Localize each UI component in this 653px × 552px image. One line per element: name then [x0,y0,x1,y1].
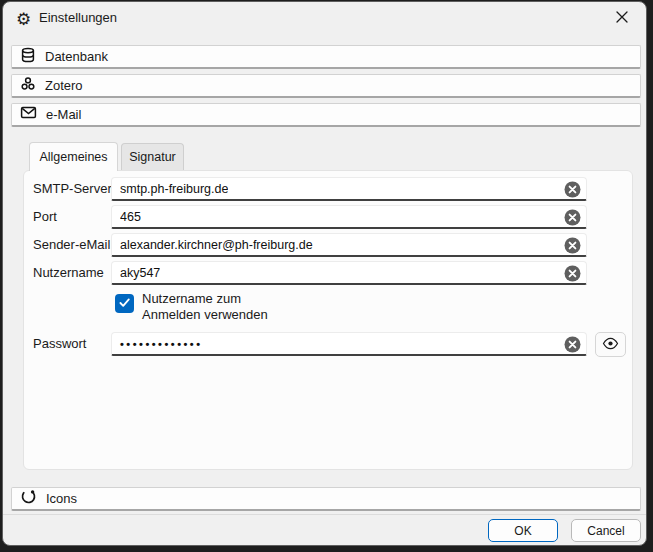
footer-divider [3,514,646,515]
smtp-server-label: SMTP-Server [33,177,112,201]
use-username-checkbox-label: Nutzername zum Anmelden verwenden [142,291,284,323]
sender-email-value: alexander.kirchner@ph-freiburg.de [120,238,313,252]
eye-icon [602,337,619,353]
close-icon [615,10,629,27]
screen: ⚙ Einstellungen Datenbank [0,0,653,552]
tab-signatur[interactable]: Signatur [121,143,184,170]
smtp-server-value: smtp.ph-freiburg.de [120,182,228,196]
passwort-masked-value: ••••••••••••• [120,338,203,350]
clear-icon[interactable] [564,237,581,254]
ok-button[interactable]: OK [488,519,558,542]
nutzername-label: Nutzername [33,261,104,285]
close-button[interactable] [606,6,638,30]
tab-allgemeines[interactable]: Allgemeines [29,142,118,171]
section-label: Datenbank [45,49,108,64]
smtp-server-input[interactable]: smtp.ph-freiburg.de [111,177,587,201]
port-value: 465 [120,210,141,224]
section-header-zotero[interactable]: Zotero [11,74,641,98]
clear-icon[interactable] [564,181,581,198]
mail-icon [20,105,37,124]
port-input[interactable]: 465 [111,205,587,229]
section-header-icons[interactable]: Icons [11,487,641,511]
sender-email-label: Sender-eMail [33,233,110,257]
nutzername-input[interactable]: aky547 [111,261,587,285]
passwort-input[interactable]: ••••••••••••• [111,332,587,356]
refresh-icon [20,488,37,509]
gear-icon: ⚙ [16,8,31,30]
nutzername-value: aky547 [120,266,160,280]
database-icon [20,47,36,67]
title-bar[interactable]: ⚙ Einstellungen [3,2,646,38]
section-label: Icons [46,491,77,506]
sender-email-input[interactable]: alexander.kirchner@ph-freiburg.de [111,233,587,257]
clear-icon[interactable] [564,336,581,353]
section-label: Zotero [45,78,83,93]
dialog-title: Einstellungen [39,10,117,25]
clear-icon[interactable] [564,209,581,226]
port-label: Port [33,205,57,229]
section-header-datenbank[interactable]: Datenbank [11,45,641,69]
checkmark-icon [118,295,131,313]
zotero-icon [20,76,36,96]
clear-icon[interactable] [564,265,581,282]
cancel-button[interactable]: Cancel [571,519,641,542]
use-username-checkbox[interactable] [115,294,134,313]
passwort-label: Passwort [33,332,86,356]
section-header-email[interactable]: e-Mail [11,103,641,127]
section-label: e-Mail [46,107,81,122]
show-password-button[interactable] [595,332,626,357]
settings-dialog: ⚙ Einstellungen Datenbank [2,1,647,546]
